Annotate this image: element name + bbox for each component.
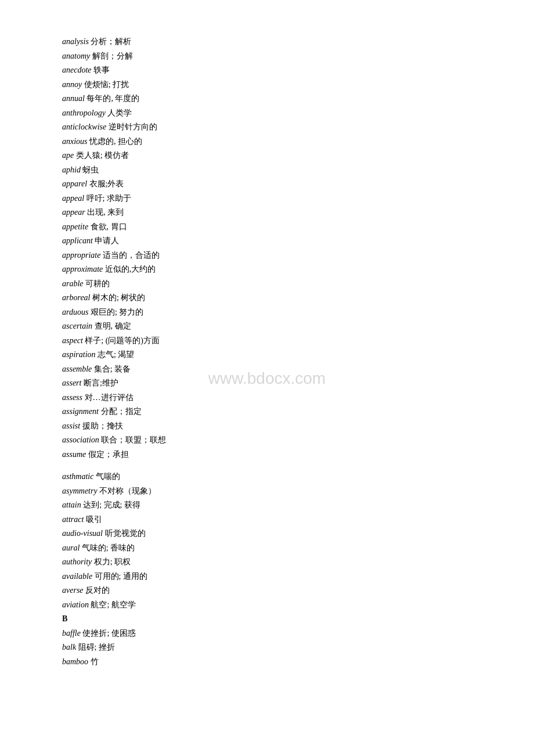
list-item: anxious 忧虑的, 担心的 xyxy=(62,135,472,149)
word: arable xyxy=(62,279,84,288)
list-item: approximate 近似的,大约的 xyxy=(62,262,472,277)
definition: 适当的，合适的 xyxy=(103,251,160,260)
definition: 气味的; 香味的 xyxy=(82,543,135,552)
word: asthmatic xyxy=(62,472,93,481)
definition: 艰巨的; 努力的 xyxy=(91,308,143,316)
word: approximate xyxy=(62,265,103,273)
word: anthropology xyxy=(62,109,106,117)
word: annual xyxy=(62,94,85,103)
definition: 断言;维护 xyxy=(84,379,118,387)
list-item: aviation 航空; 航空学 xyxy=(62,598,472,613)
list-item: attain 达到; 完成; 获得 xyxy=(62,498,472,513)
word: assignment xyxy=(62,407,99,416)
definition: 近似的,大约的 xyxy=(105,265,156,273)
word: averse xyxy=(62,586,84,595)
definition: 听觉视觉的 xyxy=(105,529,146,538)
word: anticlockwise xyxy=(62,123,106,131)
definition: 出现, 来到 xyxy=(87,208,124,217)
list-item: annoy 使烦恼; 打扰 xyxy=(62,78,472,92)
word: anatomy xyxy=(62,52,90,60)
definition: 援助；搀扶 xyxy=(82,422,123,430)
list-item: aspiration 志气; 渴望 xyxy=(62,348,472,362)
definition: 志气; 渴望 xyxy=(98,350,134,359)
vocab-container: analysis 分析；解析anatomy 解剖；分解anecdote 轶事an… xyxy=(62,35,472,669)
definition: 人类学 xyxy=(107,109,132,117)
list-item: anecdote 轶事 xyxy=(62,63,472,78)
definition: 气喘的 xyxy=(96,472,120,481)
list-item: assist 援助；搀扶 xyxy=(62,419,472,434)
word: appeal xyxy=(62,194,84,203)
list-item: arable 可耕的 xyxy=(62,277,472,291)
definition: 呼吁; 求助于 xyxy=(86,194,131,203)
list-item: arduous 艰巨的; 努力的 xyxy=(62,305,472,320)
word: authority xyxy=(62,557,92,566)
definition: 使挫折; 使困惑 xyxy=(82,629,135,638)
word: arduous xyxy=(62,308,88,316)
list-item: anatomy 解剖；分解 xyxy=(62,49,472,64)
list-item: balk 阻碍; 挫折 xyxy=(62,640,472,655)
definition: 衣服;外表 xyxy=(89,179,124,188)
definition: 对…进行评估 xyxy=(85,393,134,402)
list-item: applicant 申请人 xyxy=(62,234,472,249)
word: assert xyxy=(62,379,81,387)
vocabulary-list: // will render below analysis 分析；解析anato… xyxy=(62,35,472,669)
list-item: ascertain 查明, 确定 xyxy=(62,319,472,334)
word: aviation xyxy=(62,600,89,609)
definition: 申请人 xyxy=(95,236,119,245)
word: appropriate xyxy=(62,251,100,260)
list-item: apparel 衣服;外表 xyxy=(62,177,472,192)
definition: 使烦恼; 打扰 xyxy=(84,80,129,89)
word: anecdote xyxy=(62,66,92,74)
definition: 集合; 装备 xyxy=(94,365,131,373)
section-b-label: B xyxy=(62,612,472,627)
word: aspiration xyxy=(62,350,96,359)
definition: 可耕的 xyxy=(85,279,110,288)
definition: 阻碍; 挫折 xyxy=(78,643,115,651)
word: ape xyxy=(62,151,74,160)
word: assemble xyxy=(62,365,92,373)
word: bamboo xyxy=(62,657,88,666)
definition: 竹 xyxy=(91,657,99,666)
list-item: bamboo 竹 xyxy=(62,655,472,669)
word: assess xyxy=(62,393,82,402)
word: arboreal xyxy=(62,293,90,302)
word: annoy xyxy=(62,80,82,89)
definition: 不对称（现象） xyxy=(99,487,156,495)
definition: 分析；解析 xyxy=(91,37,131,46)
list-item: anthropology 人类学 xyxy=(62,106,472,121)
definition: 假定；承担 xyxy=(88,450,129,459)
list-item: aspect 样子; (问题等的)方面 xyxy=(62,334,472,348)
list-item: association 联合；联盟；联想 xyxy=(62,433,472,448)
word: audio-visual xyxy=(62,529,103,538)
word: assist xyxy=(62,422,80,430)
list-item: appear 出现, 来到 xyxy=(62,206,472,220)
list-item: assess 对…进行评估 xyxy=(62,391,472,405)
definition: 食欲, 胃口 xyxy=(91,222,127,231)
word: appear xyxy=(62,208,85,217)
word: aspect xyxy=(62,336,83,345)
list-item: averse 反对的 xyxy=(62,584,472,598)
definition: 达到; 完成; 获得 xyxy=(83,501,140,509)
definition: 蚜虫 xyxy=(82,165,99,174)
definition: 解剖；分解 xyxy=(92,52,133,60)
list-item: aphid 蚜虫 xyxy=(62,163,472,178)
definition: 轶事 xyxy=(93,66,110,74)
word: available xyxy=(62,572,92,581)
word: association xyxy=(62,435,99,444)
list-item: annual 每年的, 年度的 xyxy=(62,92,472,106)
list-item: assert 断言;维护 xyxy=(62,376,472,391)
list-item: arboreal 树木的; 树状的 xyxy=(62,291,472,305)
list-item: appeal 呼吁; 求助于 xyxy=(62,192,472,206)
definition: 查明, 确定 xyxy=(95,322,131,330)
definition: 航空; 航空学 xyxy=(91,600,135,609)
list-item: attract 吸引 xyxy=(62,513,472,527)
list-item: assume 假定；承担 xyxy=(62,448,472,462)
word: attract xyxy=(62,515,84,524)
word: apparel xyxy=(62,179,87,188)
word: appetite xyxy=(62,222,88,231)
word: aural xyxy=(62,543,80,552)
list-item: assignment 分配；指定 xyxy=(62,405,472,419)
list-item: appropriate 适当的，合适的 xyxy=(62,249,472,263)
definition: 样子; (问题等的)方面 xyxy=(85,336,160,345)
definition: 反对的 xyxy=(85,586,110,595)
